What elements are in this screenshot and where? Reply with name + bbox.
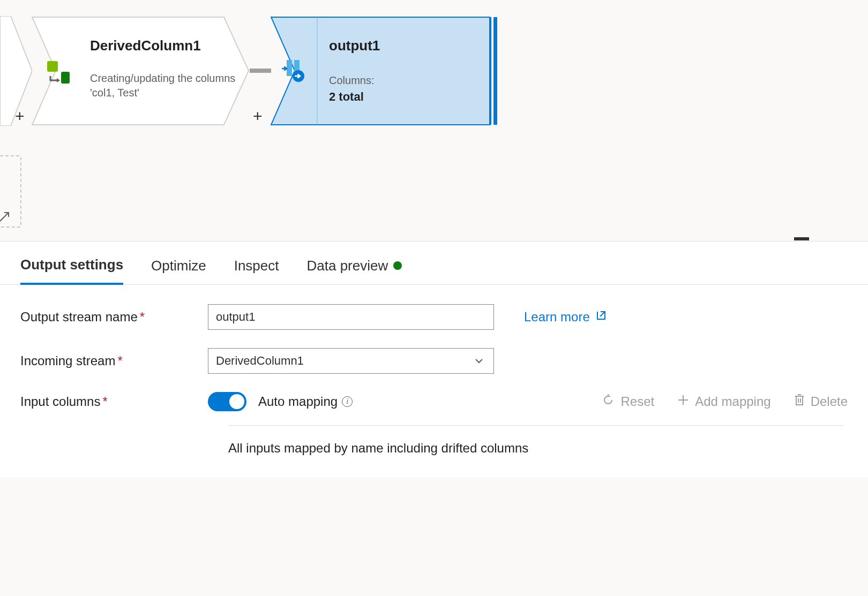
node-connector <box>250 69 271 73</box>
tab-optimize[interactable]: Optimize <box>151 256 206 284</box>
tab-output-settings-label: Output settings <box>20 256 123 273</box>
reset-label: Reset <box>620 394 654 409</box>
output-stream-name-label: Output stream name* <box>20 310 208 325</box>
output-settings-form: Output stream name* Learn more Incoming … <box>0 285 868 456</box>
learn-more-label: Learn more <box>524 310 590 325</box>
tab-data-preview[interactable]: Data preview <box>307 256 402 284</box>
auto-mapping-toggle[interactable] <box>208 392 246 411</box>
delete-button[interactable]: Delete <box>794 393 848 410</box>
tab-output-settings[interactable]: Output settings <box>20 256 123 285</box>
properties-panel: Output settings Optimize Inspect Data pr… <box>0 241 868 477</box>
tab-inspect-label: Inspect <box>234 258 279 274</box>
external-link-icon <box>595 310 607 325</box>
learn-more-link[interactable]: Learn more <box>524 310 607 325</box>
add-mapping-button[interactable]: Add mapping <box>677 394 770 410</box>
auto-mapping-hint: All inputs mapped by name including drif… <box>228 437 848 456</box>
tab-optimize-label: Optimize <box>151 258 206 274</box>
svg-rect-0 <box>47 61 58 72</box>
input-columns-label: Input columns* <box>20 394 208 409</box>
svg-rect-5 <box>287 60 292 76</box>
plus-icon <box>677 394 690 410</box>
reset-icon <box>601 393 615 410</box>
incoming-stream-value: DerivedColumn1 <box>216 354 304 368</box>
output-sink-node[interactable]: output1 Columns: 2 total <box>270 16 498 126</box>
incoming-stream-select[interactable]: DerivedColumn1 <box>208 348 494 374</box>
output-columns-total: 2 total <box>329 90 380 104</box>
tab-data-preview-label: Data preview <box>307 258 388 274</box>
derived-node-description: Creating/updating the columns 'col1, Tes… <box>90 71 239 100</box>
reset-button[interactable]: Reset <box>601 393 654 410</box>
derived-node-title: DerivedColumn1 <box>90 37 239 54</box>
output-stream-name-input[interactable] <box>208 304 494 330</box>
new-branch-placeholder[interactable] <box>0 155 21 228</box>
add-step-left-button[interactable]: + <box>15 107 25 125</box>
flow-canvas[interactable]: + DerivedColumn1 Creating/updating the c… <box>0 0 868 241</box>
section-divider <box>228 425 843 426</box>
auto-mapping-label: Auto mapping <box>258 394 338 409</box>
panel-drag-handle[interactable] <box>794 237 809 240</box>
derived-column-icon <box>46 59 73 86</box>
trash-icon <box>794 393 805 410</box>
chevron-down-icon <box>474 356 484 368</box>
svg-rect-1 <box>61 72 70 84</box>
delete-label: Delete <box>811 394 848 409</box>
add-mapping-label: Add mapping <box>695 394 770 409</box>
add-step-right-button[interactable]: + <box>253 107 263 125</box>
output-node-title: output1 <box>329 37 380 54</box>
svg-rect-3 <box>491 17 493 125</box>
info-icon[interactable]: i <box>342 396 353 407</box>
data-preview-status-icon <box>393 261 402 270</box>
incoming-stream-label: Incoming stream* <box>20 353 208 368</box>
output-columns-label: Columns: <box>329 74 380 87</box>
tab-inspect[interactable]: Inspect <box>234 256 279 284</box>
derived-column-node[interactable]: DerivedColumn1 Creating/updating the col… <box>31 16 250 126</box>
sink-icon <box>281 58 306 85</box>
panel-tabs: Output settings Optimize Inspect Data pr… <box>0 242 868 285</box>
